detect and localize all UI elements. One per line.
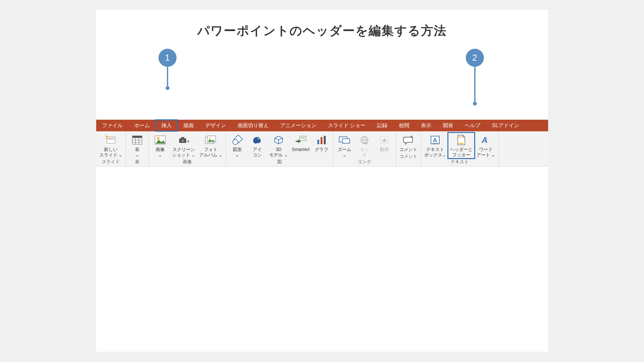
cmd-screenshot[interactable]: + スクリーンショット ⌄ (170, 133, 197, 158)
group-tables-label: 表 (135, 158, 139, 166)
cmd-chart[interactable]: グラフ (312, 133, 332, 153)
cmd-new-slide[interactable]: 新しいスライド ⌄ (97, 133, 125, 158)
tab-developer[interactable]: 開発 (437, 120, 459, 131)
icons-icon (251, 134, 264, 146)
photo-album-label: フォトアルバム ⌄ (199, 147, 222, 158)
cmd-action: 動作 (374, 133, 394, 153)
tab-design[interactable]: デザイン (199, 120, 232, 131)
chart-icon (315, 134, 328, 146)
new-slide-icon (104, 134, 117, 146)
chart-label: グラフ (315, 147, 328, 152)
icons-label: アイコン (253, 147, 262, 158)
svg-rect-35 (342, 139, 350, 143)
tab-view[interactable]: 表示 (415, 120, 437, 131)
screenshot-icon: + (177, 134, 190, 146)
models3d-label: 3Dモデル ⌄ (269, 147, 288, 158)
screenshot-label: スクリーンショット ⌄ (172, 147, 195, 158)
link-label: リンク (360, 147, 369, 158)
tab-draw[interactable]: 描画 (178, 120, 199, 131)
cmd-smartart[interactable]: SmartArt (290, 133, 312, 153)
comment-icon: + (402, 134, 415, 146)
cmd-header-footer[interactable]: ヘッダーとフッター (448, 133, 475, 158)
comment-label: コメント (399, 147, 417, 152)
action-icon (378, 134, 391, 146)
wordart-icon: A (479, 134, 492, 146)
tab-animations[interactable]: アニメーション (274, 120, 322, 131)
table-label: 表⌄ (135, 147, 139, 158)
cmd-3d-models[interactable]: 3Dモデル ⌄ (267, 133, 290, 158)
callout-2-line (474, 67, 475, 102)
cmd-comment[interactable]: + コメント (397, 133, 419, 153)
tab-record[interactable]: 記録 (371, 120, 393, 131)
wordart-label: ワードアート ⌄ (476, 147, 495, 158)
callout-2-badge: 2 (466, 49, 484, 67)
cmd-shapes[interactable]: 図形⌄ (227, 133, 247, 158)
cmd-table[interactable]: 表⌄ (127, 133, 147, 158)
svg-rect-45 (458, 136, 462, 137)
tab-addin[interactable]: SLアドイン (486, 120, 525, 131)
smartart-icon (294, 134, 307, 146)
group-images-label: 画像 (183, 158, 192, 166)
callout-1-dot (166, 86, 169, 90)
page-title: パワーポイントのヘッダーを編集する方法 (96, 23, 548, 39)
header-footer-icon (455, 134, 468, 146)
callout-1-line (167, 67, 168, 86)
svg-text:+: + (187, 139, 189, 144)
group-text-label: テキスト (451, 158, 469, 166)
group-images: 画像⌄ + スクリーンショット ⌄ フォトアルバム ⌄ (149, 131, 226, 166)
link-icon (358, 134, 371, 146)
svg-point-21 (209, 137, 210, 138)
callout-2-dot (473, 102, 477, 106)
textbox-label: テキストボックス⌄ (424, 147, 446, 158)
cmd-wordart[interactable]: A ワードアート ⌄ (475, 133, 497, 158)
callout-2: 2 (466, 49, 484, 106)
svg-text:A: A (481, 135, 488, 145)
shapes-icon (231, 134, 244, 146)
group-links-label: リンク (358, 158, 371, 166)
photo-album-icon (204, 134, 217, 146)
svg-point-15 (181, 139, 184, 142)
cube-icon (272, 134, 285, 146)
cmd-link: リンク (354, 133, 374, 158)
svg-rect-16 (181, 137, 184, 139)
ribbon-commands: 新しいスライド ⌄ スライド 表⌄ 表 (96, 131, 548, 166)
svg-rect-27 (300, 136, 306, 141)
zoom-label: ズーム⌄ (338, 147, 351, 158)
cmd-pictures[interactable]: 画像⌄ (150, 133, 170, 158)
callout-layer: 1 2 (96, 39, 548, 120)
ribbon-tabs: ファイル ホーム 挿入 描画 デザイン 画面切り替え アニメーション スライド … (96, 120, 548, 131)
group-comments-label: コメント (399, 153, 417, 160)
textbox-icon: A (429, 134, 442, 146)
cmd-photo-album[interactable]: フォトアルバム ⌄ (197, 133, 224, 158)
svg-marker-40 (382, 138, 387, 143)
tab-home[interactable]: ホーム (128, 120, 156, 131)
callout-1-badge: 1 (158, 49, 177, 67)
table-icon (131, 134, 144, 146)
callout-1: 1 (158, 49, 177, 90)
tab-file[interactable]: ファイル (96, 120, 128, 131)
cmd-icons[interactable]: アイコン (247, 133, 267, 158)
group-links: ズーム⌄ リンク 動作 リンク (333, 131, 396, 166)
new-slide-label: 新しいスライド ⌄ (99, 147, 123, 158)
svg-rect-31 (317, 140, 319, 144)
shapes-label: 図形⌄ (233, 147, 242, 158)
group-illustrations-label: 図 (277, 158, 282, 166)
cmd-textbox[interactable]: A テキストボックス⌄ (422, 133, 448, 158)
ribbon: ファイル ホーム 挿入 描画 デザイン 画面切り替え アニメーション スライド … (96, 120, 548, 166)
group-tables: 表⌄ 表 (126, 131, 149, 166)
svg-rect-46 (458, 143, 464, 144)
zoom-icon (338, 134, 351, 146)
tab-insert[interactable]: 挿入 (156, 120, 178, 131)
svg-point-24 (258, 138, 259, 139)
tab-slideshow[interactable]: スライド ショー (322, 120, 371, 131)
tab-help[interactable]: ヘルプ (459, 120, 486, 131)
cmd-zoom[interactable]: ズーム⌄ (334, 133, 354, 158)
group-illustrations: 図形⌄ アイコン 3Dモデル ⌄ (226, 131, 333, 166)
tab-review[interactable]: 校閲 (393, 120, 415, 131)
svg-text:+: + (410, 135, 413, 139)
svg-point-12 (157, 137, 159, 140)
tab-transitions[interactable]: 画面切り替え (232, 120, 274, 131)
action-label: 動作 (380, 147, 389, 152)
group-comments: + コメント コメント (396, 131, 421, 166)
svg-text:A: A (433, 137, 437, 144)
